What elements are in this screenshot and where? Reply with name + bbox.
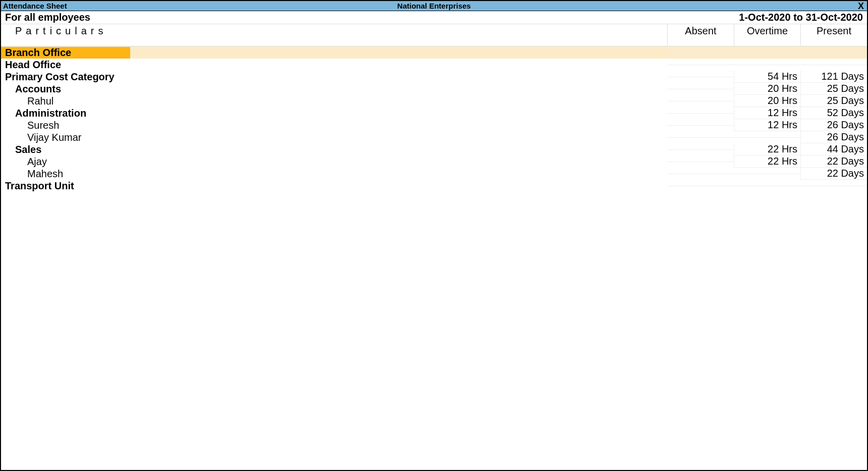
- column-header-row: Particulars Absent Overtime Present: [1, 24, 867, 46]
- cell-present: 121 Days: [800, 71, 867, 83]
- cell-present: 25 Days: [800, 95, 867, 107]
- col-overtime: Overtime: [734, 24, 800, 46]
- cell-absent: [667, 113, 734, 114]
- row-label: Mahesh: [27, 168, 63, 179]
- row-transport-unit[interactable]: Transport Unit: [1, 180, 867, 192]
- cell-absent: [667, 186, 734, 186]
- titlebar: Attendance Sheet National Enterprises X: [1, 1, 867, 11]
- col-particulars: Particulars: [1, 24, 667, 46]
- window-title-left: Attendance Sheet: [3, 2, 67, 10]
- close-button[interactable]: X: [857, 2, 865, 10]
- cell-absent: [667, 162, 734, 162]
- cell-absent: [667, 174, 734, 174]
- row-primary-cost-category[interactable]: Primary Cost Category 54 Hrs 121 Days: [1, 71, 867, 83]
- cell-present: 22 Days: [800, 155, 867, 168]
- row-vijay-kumar[interactable]: Vijay Kumar 26 Days: [1, 131, 867, 143]
- row-label: Transport Unit: [5, 180, 74, 191]
- cell-overtime: 22 Hrs: [734, 143, 800, 155]
- cell-absent: [667, 101, 734, 101]
- cell-absent: [667, 89, 734, 89]
- subheader-left: For all employees: [5, 12, 90, 23]
- row-label: Branch Office: [5, 47, 71, 58]
- cell-present: 52 Days: [800, 107, 867, 119]
- cell-overtime: 12 Hrs: [734, 119, 800, 131]
- cell-overtime: [734, 53, 800, 53]
- cell-absent: [667, 125, 734, 126]
- row-head-office[interactable]: Head Office: [1, 59, 867, 71]
- data-grid: Branch Office Head Office Primary Cost C…: [1, 46, 867, 470]
- row-label: Sales: [15, 144, 41, 155]
- row-label: Rahul: [27, 95, 53, 107]
- cell-present: [800, 186, 867, 186]
- row-label: Suresh: [27, 120, 59, 131]
- window-title-center: National Enterprises: [1, 2, 867, 10]
- row-label: Primary Cost Category: [5, 71, 115, 82]
- cell-absent: [667, 149, 734, 150]
- cell-overtime: [734, 137, 800, 138]
- row-administration[interactable]: Administration 12 Hrs 52 Days: [1, 107, 867, 119]
- cell-overtime: [734, 186, 800, 186]
- row-accounts[interactable]: Accounts 20 Hrs 25 Days: [1, 83, 867, 95]
- row-mahesh[interactable]: Mahesh 22 Days: [1, 168, 867, 180]
- row-label: Head Office: [5, 59, 61, 70]
- col-present: Present: [800, 24, 867, 46]
- cell-absent: [667, 137, 734, 138]
- col-absent: Absent: [667, 24, 734, 46]
- cell-overtime: [734, 174, 800, 174]
- cell-absent: [667, 77, 734, 77]
- cell-present: 25 Days: [800, 83, 867, 95]
- row-label: Ajay: [27, 156, 47, 167]
- row-ajay[interactable]: Ajay 22 Hrs 22 Days: [1, 155, 867, 168]
- row-label: Vijay Kumar: [27, 132, 81, 143]
- row-label: Administration: [15, 108, 86, 119]
- cell-overtime: 20 Hrs: [734, 83, 800, 95]
- row-suresh[interactable]: Suresh 12 Hrs 26 Days: [1, 119, 867, 131]
- cell-present: 26 Days: [800, 119, 867, 131]
- row-rahul[interactable]: Rahul 20 Hrs 25 Days: [1, 95, 867, 107]
- cell-overtime: 22 Hrs: [734, 155, 800, 168]
- cell-present: [800, 65, 867, 65]
- cell-present: 26 Days: [800, 131, 867, 143]
- row-branch-office[interactable]: Branch Office: [1, 46, 867, 59]
- row-label: Accounts: [15, 83, 61, 94]
- row-sales[interactable]: Sales 22 Hrs 44 Days: [1, 143, 867, 155]
- cell-present: 22 Days: [800, 168, 867, 180]
- cell-absent: [667, 53, 734, 53]
- cell-absent: [667, 65, 734, 65]
- subheader: For all employees 1-Oct-2020 to 31-Oct-2…: [1, 11, 867, 24]
- cell-present: 44 Days: [800, 143, 867, 155]
- cell-present: [800, 53, 867, 53]
- cell-overtime: 54 Hrs: [734, 71, 800, 83]
- cell-overtime: [734, 65, 800, 65]
- subheader-date-range: 1-Oct-2020 to 31-Oct-2020: [739, 12, 863, 23]
- cell-overtime: 20 Hrs: [734, 95, 800, 107]
- cell-overtime: 12 Hrs: [734, 107, 800, 119]
